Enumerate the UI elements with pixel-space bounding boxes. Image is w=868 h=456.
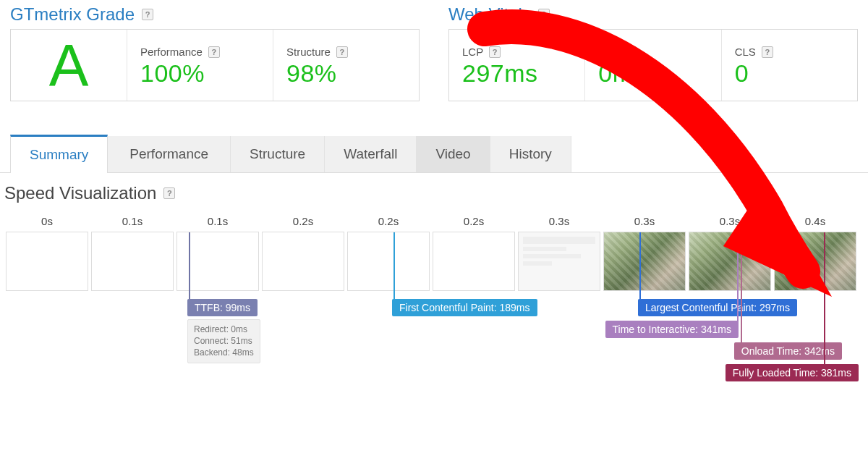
tick: 0.3s bbox=[516, 215, 602, 232]
frame bbox=[603, 232, 686, 291]
tick: 0.2s bbox=[260, 215, 346, 232]
help-icon[interactable]: ? bbox=[142, 9, 153, 20]
marker-line bbox=[639, 232, 641, 305]
help-icon[interactable]: ? bbox=[489, 46, 501, 58]
tab-performance[interactable]: Performance bbox=[108, 136, 231, 172]
tab-history[interactable]: History bbox=[490, 136, 571, 172]
tick: 0.4s bbox=[773, 215, 858, 232]
help-icon[interactable]: ? bbox=[538, 9, 550, 20]
tab-structure[interactable]: Structure bbox=[231, 136, 325, 172]
tick: 0.3s bbox=[602, 215, 687, 232]
speed-visualization-title-text: Speed Visualization bbox=[4, 183, 156, 203]
badge-onload: Onload Time: 342ms bbox=[734, 342, 842, 360]
frame bbox=[91, 232, 174, 291]
tick: 0.3s bbox=[687, 215, 773, 232]
ttfb-details: Redirect: 0ms Connect: 51ms Backend: 48m… bbox=[187, 319, 260, 363]
grade-cell: A bbox=[11, 30, 127, 101]
cls-label: CLS bbox=[735, 46, 756, 58]
ttfb-backend: Backend: 48ms bbox=[194, 347, 254, 358]
frame bbox=[689, 232, 771, 291]
lcp-label: LCP bbox=[462, 46, 483, 58]
ttfb-redirect: Redirect: 0ms bbox=[194, 324, 254, 335]
cls-label-row: CLS ? bbox=[735, 46, 844, 58]
tick: 0.2s bbox=[346, 215, 431, 232]
tbt-label-row: TBT ? bbox=[598, 46, 707, 58]
speed-visualization-section: Speed Visualization ? 0s 0.1s 0.1s 0.2s … bbox=[0, 173, 868, 410]
tick: 0s bbox=[4, 215, 90, 232]
help-icon[interactable]: ? bbox=[625, 46, 637, 58]
gtmetrix-grade-box: A Performance ? 100% Structure ? 98% bbox=[10, 29, 420, 101]
cls-value: 0 bbox=[735, 59, 844, 88]
performance-label: Performance bbox=[140, 46, 203, 58]
lcp-value: 297ms bbox=[462, 59, 571, 88]
structure-cell: Structure ? 98% bbox=[273, 30, 419, 101]
performance-value: 100% bbox=[140, 59, 260, 88]
frame bbox=[433, 232, 515, 291]
performance-label-row: Performance ? bbox=[140, 46, 260, 58]
gtmetrix-grade-title: GTmetrix Grade ? bbox=[10, 4, 420, 25]
badge-ttfb: TTFB: 99ms bbox=[187, 299, 258, 316]
web-vitals-title: Web Vitals ? bbox=[448, 4, 858, 25]
web-vitals-title-text: Web Vitals bbox=[448, 4, 531, 25]
tick: 0.2s bbox=[431, 215, 516, 232]
timeline: 0s 0.1s 0.1s 0.2s 0.2s 0.2s 0.3s 0.3s 0.… bbox=[4, 215, 858, 410]
tick: 0.1s bbox=[175, 215, 260, 232]
help-icon[interactable]: ? bbox=[163, 187, 175, 199]
frame bbox=[262, 232, 344, 291]
structure-label-row: Structure ? bbox=[286, 46, 406, 58]
web-vitals-box: LCP ? 297ms TBT ? 0ms CLS ? 0 bbox=[448, 29, 858, 101]
frames bbox=[4, 232, 858, 291]
ttfb-connect: Connect: 51ms bbox=[194, 335, 254, 347]
structure-label: Structure bbox=[286, 46, 331, 58]
frame bbox=[347, 232, 430, 291]
tab-waterfall[interactable]: Waterfall bbox=[325, 136, 417, 172]
tab-summary[interactable]: Summary bbox=[10, 135, 108, 173]
frame bbox=[6, 232, 88, 291]
lcp-label-row: LCP ? bbox=[462, 46, 571, 58]
grade-and-vitals-row: GTmetrix Grade ? A Performance ? 100% St… bbox=[0, 0, 868, 101]
gtmetrix-grade-panel: GTmetrix Grade ? A Performance ? 100% St… bbox=[10, 4, 420, 101]
badge-fcp: First Contentful Paint: 189ms bbox=[392, 299, 537, 316]
tick-row: 0s 0.1s 0.1s 0.2s 0.2s 0.2s 0.3s 0.3s 0.… bbox=[4, 215, 858, 232]
tbt-value: 0ms bbox=[598, 59, 707, 88]
structure-value: 98% bbox=[286, 59, 406, 88]
frame bbox=[774, 232, 856, 291]
marker-line bbox=[189, 232, 190, 305]
badge-fully: Fully Loaded Time: 381ms bbox=[726, 364, 859, 381]
cls-cell: CLS ? 0 bbox=[721, 30, 857, 101]
tbt-cell: TBT ? 0ms bbox=[584, 30, 720, 101]
tick: 0.1s bbox=[90, 215, 175, 232]
tbt-label: TBT bbox=[598, 46, 618, 58]
marker-line bbox=[737, 232, 739, 326]
web-vitals-panel: Web Vitals ? LCP ? 297ms TBT ? 0ms CLS bbox=[448, 4, 858, 101]
badge-lcp: Largest Contentful Paint: 297ms bbox=[638, 299, 797, 316]
marker-line bbox=[824, 232, 825, 370]
marker-line bbox=[741, 232, 742, 348]
tabs: Summary Performance Structure Waterfall … bbox=[0, 136, 868, 172]
lcp-cell: LCP ? 297ms bbox=[449, 30, 584, 101]
gtmetrix-grade-title-text: GTmetrix Grade bbox=[10, 4, 135, 25]
help-icon[interactable]: ? bbox=[208, 46, 220, 58]
marker-line bbox=[393, 232, 395, 305]
grade-letter: A bbox=[49, 35, 89, 95]
badge-tti: Time to Interactive: 341ms bbox=[605, 321, 739, 338]
speed-visualization-title: Speed Visualization ? bbox=[4, 183, 858, 203]
tabs-wrap: Summary Performance Structure Waterfall … bbox=[0, 136, 868, 173]
help-icon[interactable]: ? bbox=[762, 46, 773, 58]
frame bbox=[518, 232, 600, 291]
tab-video[interactable]: Video bbox=[417, 136, 490, 172]
help-icon[interactable]: ? bbox=[336, 46, 348, 58]
performance-cell: Performance ? 100% bbox=[127, 30, 273, 101]
